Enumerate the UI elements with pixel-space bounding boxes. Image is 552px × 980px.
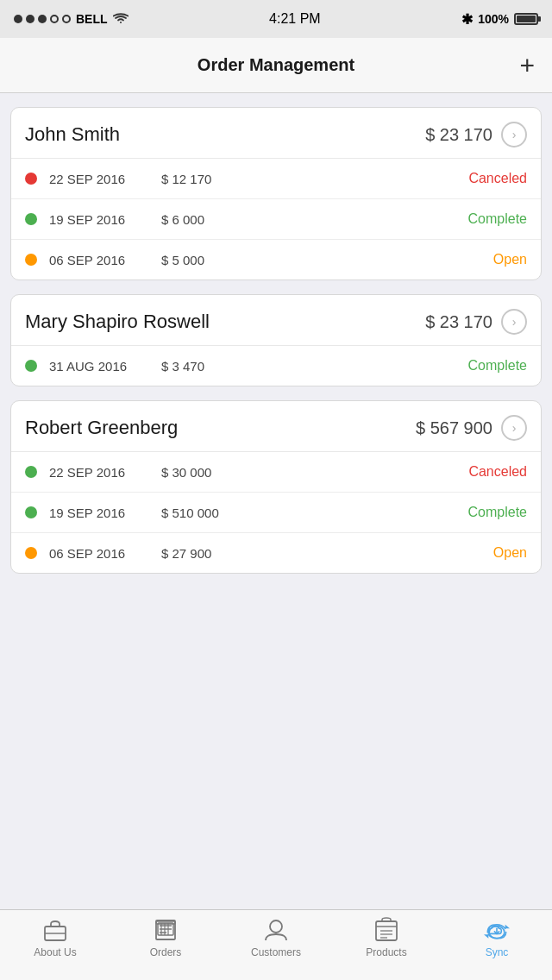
tab-products-label: Products <box>366 946 406 958</box>
tab-customers[interactable]: Customers <box>221 917 331 958</box>
bluetooth-icon: ✱ <box>461 11 473 28</box>
main-content: John Smith$ 23 170›22 SEP 2016$ 12 170Ca… <box>0 93 552 909</box>
tab-about-us[interactable]: About Us <box>0 917 110 958</box>
order-amount: $ 5 000 <box>161 253 449 267</box>
customer-total: $ 23 170 <box>425 312 492 332</box>
order-amount: $ 27 900 <box>161 546 449 561</box>
customer-card: John Smith$ 23 170›22 SEP 2016$ 12 170Ca… <box>10 107 542 280</box>
status-bar: BELL 4:21 PM ✱ 100% <box>0 0 552 38</box>
customer-total-row: $ 23 170› <box>425 309 527 335</box>
products-icon <box>373 917 399 943</box>
battery-fill <box>517 16 536 22</box>
order-date: 19 SEP 2016 <box>49 212 161 227</box>
nav-bar: Order Management + <box>0 38 552 93</box>
customer-name: John Smith <box>25 123 120 146</box>
order-row: 22 SEP 2016$ 12 170Canceled <box>11 159 541 199</box>
status-left: BELL <box>14 12 129 26</box>
customer-detail-button[interactable]: › <box>501 309 527 335</box>
order-row: 19 SEP 2016$ 6 000Complete <box>11 199 541 240</box>
order-status-dot <box>25 547 37 559</box>
order-row: 06 SEP 2016$ 5 000Open <box>11 240 541 280</box>
customer-total-row: $ 23 170› <box>425 122 527 148</box>
order-status-dot <box>25 360 37 372</box>
customer-total: $ 23 170 <box>425 125 492 145</box>
customer-name: Robert Greenberg <box>25 417 178 439</box>
carrier-label: BELL <box>76 12 108 26</box>
order-status-dot <box>25 173 37 185</box>
orders-icon <box>153 917 179 943</box>
order-status-label: Open <box>449 545 527 561</box>
order-amount: $ 12 170 <box>161 172 449 186</box>
order-date: 22 SEP 2016 <box>49 465 161 480</box>
order-status-label: Canceled <box>449 171 527 186</box>
customer-detail-button[interactable]: › <box>501 122 527 148</box>
customer-name: Mary Shapiro Roswell <box>25 311 210 333</box>
battery-percent: 100% <box>478 12 509 26</box>
signal-dot-5 <box>62 15 71 23</box>
wifi-icon <box>113 13 129 25</box>
order-date: 22 SEP 2016 <box>49 172 161 186</box>
customer-header: Robert Greenberg$ 567 900› <box>11 401 541 452</box>
order-row: 06 SEP 2016$ 27 900Open <box>11 533 541 573</box>
signal-dot-3 <box>38 15 47 23</box>
signal-dots <box>14 15 71 23</box>
order-status-label: Open <box>449 252 527 267</box>
add-order-button[interactable]: + <box>519 53 535 79</box>
tab-customers-label: Customers <box>251 946 301 958</box>
tab-sync-label: Sync <box>486 946 509 958</box>
sync-icon <box>484 917 510 943</box>
signal-dot-4 <box>50 15 59 23</box>
tab-about-us-label: About Us <box>34 946 76 958</box>
battery-icon <box>514 13 538 25</box>
tab-orders-label: Orders <box>150 946 182 958</box>
tab-bar: About Us Orders Custom <box>0 909 552 980</box>
order-date: 06 SEP 2016 <box>49 253 161 267</box>
customer-total-row: $ 567 900› <box>416 415 527 441</box>
status-right: ✱ 100% <box>461 11 538 28</box>
order-row: 22 SEP 2016$ 30 000Canceled <box>11 452 541 493</box>
order-amount: $ 510 000 <box>161 506 449 520</box>
svg-marker-18 <box>484 934 488 938</box>
customer-card: Robert Greenberg$ 567 900›22 SEP 2016$ 3… <box>10 400 542 574</box>
customer-detail-button[interactable]: › <box>501 415 527 441</box>
svg-marker-17 <box>505 925 510 928</box>
order-status-dot <box>25 466 37 478</box>
order-status-label: Complete <box>449 505 527 520</box>
order-status-label: Complete <box>449 358 527 374</box>
order-date: 19 SEP 2016 <box>49 506 161 520</box>
customer-header: John Smith$ 23 170› <box>11 108 541 159</box>
order-amount: $ 3 470 <box>161 359 449 374</box>
order-status-label: Complete <box>449 211 527 227</box>
customer-card: Mary Shapiro Roswell$ 23 170›31 AUG 2016… <box>10 294 542 386</box>
tab-orders[interactable]: Orders <box>110 917 221 958</box>
order-status-dot <box>25 254 37 266</box>
order-status-dot <box>25 213 37 225</box>
briefcase-icon <box>42 917 68 943</box>
status-time: 4:21 PM <box>269 11 321 27</box>
order-row: 19 SEP 2016$ 510 000Complete <box>11 493 541 533</box>
order-date: 06 SEP 2016 <box>49 546 161 561</box>
order-amount: $ 30 000 <box>161 465 449 480</box>
order-row: 31 AUG 2016$ 3 470Complete <box>11 346 541 386</box>
order-amount: $ 6 000 <box>161 212 449 227</box>
nav-title: Order Management <box>198 55 354 75</box>
tab-sync[interactable]: Sync <box>442 917 552 958</box>
order-date: 31 AUG 2016 <box>49 359 161 374</box>
signal-dot-1 <box>14 15 22 23</box>
customer-total: $ 567 900 <box>416 418 492 438</box>
order-status-label: Canceled <box>449 464 527 480</box>
svg-point-11 <box>270 920 282 933</box>
tab-products[interactable]: Products <box>331 917 442 958</box>
customers-icon <box>263 917 289 943</box>
order-status-dot <box>25 506 37 518</box>
customer-header: Mary Shapiro Roswell$ 23 170› <box>11 295 541 346</box>
signal-dot-2 <box>26 15 34 23</box>
